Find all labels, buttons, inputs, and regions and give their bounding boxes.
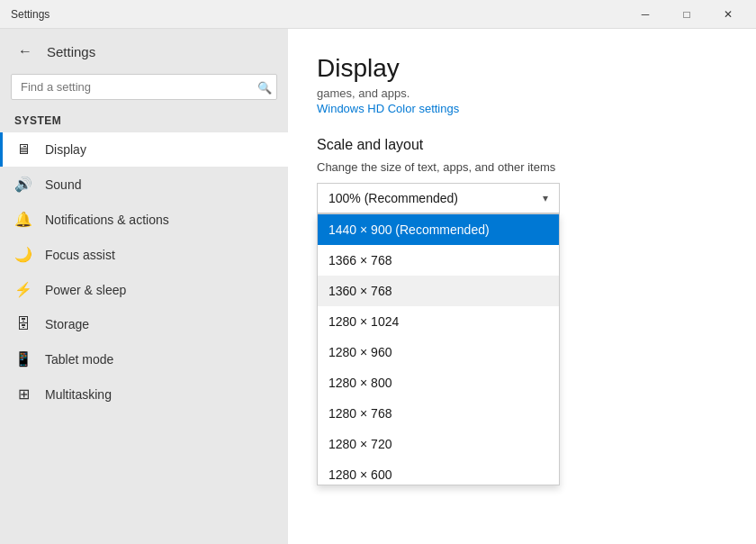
scale-dropdown-list: 1440 × 900 (Recommended)1366 × 7681360 ×…	[317, 213, 560, 485]
sidebar-app-title: Settings	[47, 44, 95, 59]
dropdown-item-7[interactable]: 1280 × 720	[318, 429, 559, 459]
scale-dropdown-value: 100% (Recommended)	[328, 191, 458, 205]
dropdown-item-3[interactable]: 1280 × 1024	[318, 306, 559, 337]
notifications-actions-icon: 🔔	[14, 211, 32, 228]
page-subtitle: games, and apps.	[317, 86, 727, 100]
scale-dropdown-wrapper: 100% (Recommended) ▾ 1440 × 900 (Recomme…	[317, 183, 560, 213]
dropdown-item-8[interactable]: 1280 × 600	[318, 459, 559, 485]
dropdown-item-5[interactable]: 1280 × 800	[318, 367, 559, 398]
dropdown-item-4[interactable]: 1280 × 960	[318, 337, 559, 367]
maximize-button[interactable]: □	[666, 0, 707, 29]
content-area: Display games, and apps. Windows HD Colo…	[288, 29, 756, 544]
power-sleep-icon: ⚡	[14, 281, 32, 298]
sidebar: ← Settings 🔍 System 🖥 Display 🔊 Sound 🔔 …	[0, 29, 288, 544]
display-icon: 🖥	[14, 141, 32, 158]
main-layout: ← Settings 🔍 System 🖥 Display 🔊 Sound 🔔 …	[0, 29, 756, 544]
minimize-button[interactable]: ─	[625, 0, 666, 29]
sound-icon: 🔊	[14, 176, 32, 193]
dropdown-item-1[interactable]: 1366 × 768	[318, 245, 559, 276]
windows-hd-color-link[interactable]: Windows HD Color settings	[317, 102, 727, 115]
tablet-mode-label: Tablet mode	[45, 352, 113, 367]
close-button[interactable]: ✕	[707, 0, 749, 29]
dropdown-items-container: 1440 × 900 (Recommended)1366 × 7681360 ×…	[318, 214, 559, 485]
scale-section-desc: Change the size of text, apps, and other…	[317, 160, 727, 174]
scale-dropdown-trigger[interactable]: 100% (Recommended) ▾	[317, 183, 560, 213]
notifications-actions-label: Notifications & actions	[45, 213, 169, 227]
power-sleep-label: Power & sleep	[45, 283, 126, 297]
sidebar-header: ← Settings	[0, 29, 288, 74]
storage-label: Storage	[45, 317, 89, 331]
sidebar-item-focus-assist[interactable]: 🌙 Focus assist	[0, 237, 288, 272]
page-title: Display	[317, 54, 727, 83]
sidebar-item-sound[interactable]: 🔊 Sound	[0, 167, 288, 202]
sidebar-section-label: System	[0, 111, 288, 132]
dropdown-item-6[interactable]: 1280 × 768	[318, 398, 559, 429]
sidebar-item-multitasking[interactable]: ⊞ Multitasking	[0, 376, 288, 412]
back-button[interactable]: ←	[14, 40, 36, 63]
display-label: Display	[45, 142, 86, 157]
title-bar-title: Settings	[7, 8, 625, 21]
sidebar-item-power-sleep[interactable]: ⚡ Power & sleep	[0, 272, 288, 307]
scale-section-heading: Scale and layout	[317, 137, 727, 153]
search-icon-button[interactable]: 🔍	[257, 80, 272, 94]
sound-label: Sound	[45, 177, 81, 192]
focus-assist-label: Focus assist	[45, 248, 115, 262]
sidebar-nav: 🖥 Display 🔊 Sound 🔔 Notifications & acti…	[0, 132, 288, 412]
sidebar-item-display[interactable]: 🖥 Display	[0, 132, 288, 167]
title-bar-controls: ─ □ ✕	[625, 0, 749, 29]
storage-icon: 🗄	[14, 316, 32, 332]
sidebar-item-tablet-mode[interactable]: 📱 Tablet mode	[0, 341, 288, 376]
chevron-down-icon: ▾	[543, 192, 548, 204]
title-bar: Settings ─ □ ✕	[0, 0, 756, 29]
dropdown-scroll[interactable]: 1440 × 900 (Recommended)1366 × 7681360 ×…	[318, 214, 559, 485]
tablet-mode-icon: 📱	[14, 350, 32, 367]
search-box: 🔍	[11, 74, 277, 100]
multitasking-icon: ⊞	[14, 385, 32, 403]
search-icon: 🔍	[257, 80, 272, 94]
search-input[interactable]	[11, 74, 277, 100]
back-icon: ←	[18, 43, 32, 59]
sidebar-item-storage[interactable]: 🗄 Storage	[0, 307, 288, 341]
sidebar-item-notifications-actions[interactable]: 🔔 Notifications & actions	[0, 202, 288, 237]
multitasking-label: Multitasking	[45, 387, 112, 402]
focus-assist-icon: 🌙	[14, 246, 32, 263]
dropdown-item-0[interactable]: 1440 × 900 (Recommended)	[318, 214, 559, 245]
dropdown-item-2[interactable]: 1360 × 768	[318, 276, 559, 306]
